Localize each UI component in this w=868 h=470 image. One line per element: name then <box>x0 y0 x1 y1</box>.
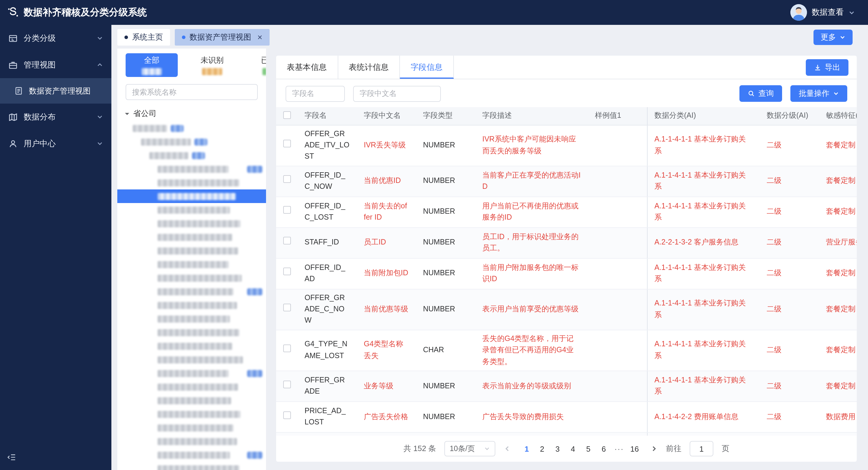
page-1[interactable]: 1 <box>519 444 534 453</box>
tree-node[interactable] <box>117 421 266 435</box>
tree-node[interactable] <box>117 230 266 244</box>
tree-node[interactable] <box>117 176 266 190</box>
tab-label: 系统主页 <box>132 32 163 43</box>
page-4[interactable]: 4 <box>565 444 581 453</box>
tab-table-statistics[interactable]: 表统计信息 <box>338 56 400 79</box>
chevron-down-icon <box>848 9 855 16</box>
tree-node[interactable] <box>117 339 266 353</box>
export-button[interactable]: 导出 <box>806 59 848 76</box>
sidebar-item-management-views[interactable]: 管理视图 <box>0 52 112 78</box>
column-field-cn: 字段中文名 <box>357 107 416 125</box>
tab-system-home[interactable]: 系统主页 <box>117 29 170 45</box>
tree-node-selected[interactable] <box>117 190 266 203</box>
tree-node[interactable] <box>117 135 266 148</box>
cell-checkbox <box>276 125 298 166</box>
tree-node[interactable] <box>117 312 266 326</box>
cell-sensitive-feature: 套餐定制 <box>819 166 857 197</box>
batch-operations-button[interactable]: 批量操作 <box>790 85 847 102</box>
tree-node[interactable] <box>117 435 266 448</box>
row-checkbox[interactable] <box>283 411 291 419</box>
tree-node[interactable] <box>117 216 266 230</box>
page-6[interactable]: 6 <box>596 444 612 453</box>
cell-field-desc: 当前用户附加服务包的唯一标识ID <box>475 258 588 289</box>
app-logo-icon <box>7 6 19 19</box>
cell-level-ai: 二级 <box>760 330 819 371</box>
more-button[interactable]: 更多 <box>813 30 852 45</box>
collapse-sidebar-button[interactable] <box>7 453 16 464</box>
cell-sensitive-feature: 套餐定制 <box>819 197 857 227</box>
redacted-label <box>133 125 167 132</box>
tree-node[interactable] <box>117 462 266 470</box>
redacted-count-badge <box>192 152 205 159</box>
filter-recognized[interactable]: 已识别 <box>246 53 266 77</box>
cell-field-cn: 广告丢失价格 <box>357 402 416 432</box>
tree-node[interactable] <box>117 285 266 298</box>
field-name-input[interactable] <box>286 86 345 102</box>
tree-node[interactable] <box>117 366 266 380</box>
page-16[interactable]: 16 <box>627 444 642 453</box>
tab-data-asset-view[interactable]: 数据资产管理视图 ✕ <box>175 29 270 45</box>
field-cn-name-input[interactable] <box>353 86 441 102</box>
page-size-select[interactable]: 10条/页 <box>444 441 495 457</box>
system-search-input[interactable] <box>126 84 258 100</box>
page-ellipsis[interactable]: ··· <box>612 444 627 453</box>
user-menu[interactable]: 数据查看 <box>790 4 868 21</box>
tree-node[interactable] <box>117 148 266 162</box>
tree-node[interactable] <box>117 326 266 339</box>
tab-field-info[interactable]: 字段信息 <box>400 56 454 79</box>
cell-field-desc: 用户当前已不再使用的优惠或服务的ID <box>475 197 588 227</box>
sidebar-item-data-distribution[interactable]: 数据分布 <box>0 104 112 130</box>
export-button-label: 导出 <box>825 62 840 73</box>
field-table-body: OFFER_GRADE_ITV_LOSTIVR丢失等级NUMBERIVR系统中客… <box>276 125 857 436</box>
tree-node[interactable] <box>117 203 266 216</box>
sidebar-item-user-center[interactable]: 用户中心 <box>0 130 112 157</box>
tree-node[interactable] <box>117 298 266 312</box>
close-tab-icon[interactable]: ✕ <box>257 33 262 41</box>
query-button[interactable]: 查询 <box>739 85 782 102</box>
tree-node[interactable] <box>117 162 266 176</box>
row-checkbox[interactable] <box>283 140 291 147</box>
chevron-down-icon <box>97 114 103 120</box>
tree-node[interactable] <box>117 448 266 462</box>
redacted-label <box>158 288 234 295</box>
tree-node[interactable] <box>117 380 266 394</box>
sidebar-item-classification[interactable]: 分类分级 <box>0 25 112 52</box>
sidebar-item-label: 管理视图 <box>24 60 56 70</box>
tree-node[interactable] <box>117 353 266 366</box>
goto-page-input[interactable] <box>690 441 713 457</box>
tree-node[interactable] <box>117 394 266 407</box>
table-row: OFFER_GRADE业务等级NUMBER表示当前业务的等级或级别A.1-1-4… <box>276 371 857 402</box>
redacted-label <box>158 465 239 470</box>
next-page-button[interactable] <box>651 445 658 452</box>
recognition-filter: 全部 未识别 已识别 <box>117 48 266 77</box>
cell-field-name: OFFER_ID_AD <box>298 258 357 289</box>
page-2[interactable]: 2 <box>534 444 550 453</box>
tab-table-basic-info[interactable]: 表基本信息 <box>276 56 338 79</box>
row-checkbox[interactable] <box>283 380 291 388</box>
filter-all[interactable]: 全部 <box>126 53 178 77</box>
redacted-label <box>158 356 243 363</box>
row-checkbox[interactable] <box>283 206 291 214</box>
cell-field-name: G4_TYPE_NAME_LOST <box>298 330 357 371</box>
row-checkbox[interactable] <box>283 268 291 275</box>
tree-node[interactable] <box>117 121 266 135</box>
row-checkbox[interactable] <box>283 237 291 245</box>
row-checkbox[interactable] <box>283 175 291 183</box>
prev-page-button[interactable] <box>504 445 511 452</box>
goto-label: 前往 <box>666 443 681 454</box>
page-5[interactable]: 5 <box>581 444 596 453</box>
select-all-checkbox[interactable] <box>283 111 291 119</box>
tree-node[interactable] <box>117 407 266 421</box>
row-checkbox[interactable] <box>283 304 291 311</box>
redacted-label <box>158 397 231 404</box>
tree-node[interactable] <box>117 244 266 258</box>
row-checkbox[interactable] <box>283 344 291 352</box>
page-3[interactable]: 3 <box>550 444 565 453</box>
chevron-down-icon <box>97 140 103 147</box>
tree-root-node[interactable]: 省公司 <box>117 106 266 121</box>
tree-node[interactable] <box>117 271 266 285</box>
cell-field-name: OFFER_GRADE_ITV_LOST <box>298 125 357 166</box>
filter-unrecognized[interactable]: 未识别 <box>186 53 238 77</box>
sidebar-item-data-asset-view[interactable]: 数据资产管理视图 <box>0 78 112 104</box>
tree-node[interactable] <box>117 258 266 271</box>
